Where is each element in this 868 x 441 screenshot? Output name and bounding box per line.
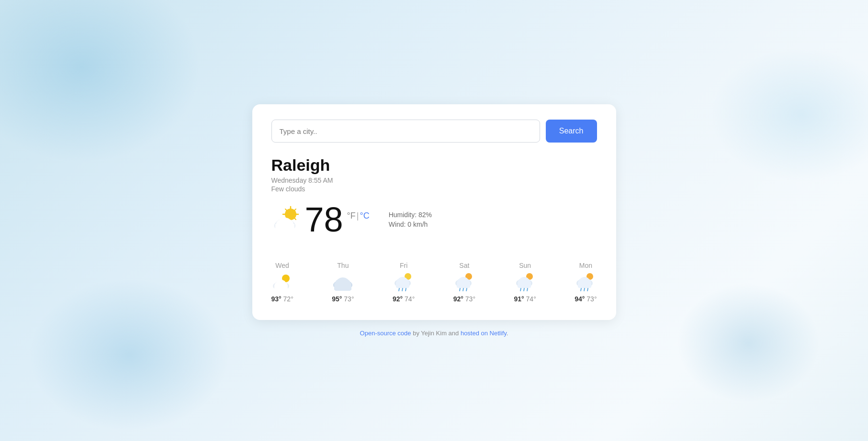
current-weather: 78 °F|°C Humidity: 82% Wind: 0 km/h — [271, 202, 597, 237]
forecast-temps-2: 92° 74° — [393, 295, 415, 303]
current-weather-icon — [271, 205, 305, 234]
svg-line-82 — [587, 288, 588, 291]
forecast-icon-1 — [332, 273, 353, 291]
svg-line-56 — [460, 288, 460, 291]
svg-line-5 — [285, 209, 287, 210]
forecast-temps-1: 95° 73° — [332, 295, 354, 303]
forecast-low-5: 73° — [586, 295, 597, 303]
forecast-low-1: 73° — [344, 295, 354, 303]
svg-line-45 — [402, 288, 403, 291]
forecast-day-4: Sun 91° 74° — [514, 262, 536, 303]
forecast-day-0: Wed 93° 72° — [271, 262, 293, 303]
forecast-icon-3 — [454, 273, 475, 291]
footer-text-period: . — [507, 330, 508, 337]
footer-link-code[interactable]: Open-source code — [360, 330, 411, 337]
forecast-day-label-2: Fri — [400, 262, 407, 269]
svg-line-81 — [584, 288, 585, 291]
current-temperature: 78 — [305, 202, 343, 237]
svg-point-17 — [275, 230, 294, 233]
forecast-day-label-3: Sat — [459, 262, 469, 269]
forecast-high-2: 92° — [393, 295, 403, 303]
forecast-icon-0 — [272, 273, 293, 291]
forecast-temps-5: 94° 73° — [575, 295, 597, 303]
unit-celsius[interactable]: °C — [360, 211, 369, 220]
forecast-temps-0: 93° 72° — [271, 295, 293, 303]
forecast-icon-2 — [393, 273, 414, 291]
temperature-units: °F|°C — [347, 211, 370, 221]
forecast-day-label-4: Sun — [519, 262, 531, 269]
footer-link-netlify[interactable]: hosted on Netlify — [461, 330, 507, 337]
forecast-day-label-1: Thu — [337, 262, 349, 269]
humidity-text: Humidity: 82% — [389, 211, 432, 219]
forecast-grid: Wed 93° 72° Thu — [271, 254, 597, 303]
svg-line-68 — [520, 288, 521, 291]
svg-line-8 — [294, 209, 296, 210]
forecast-temps-4: 91° 74° — [514, 295, 536, 303]
unit-separator: | — [357, 211, 359, 220]
forecast-day-1: Thu 95° 73° — [332, 262, 354, 303]
svg-line-46 — [406, 288, 406, 291]
search-button[interactable]: Search — [546, 120, 597, 143]
forecast-high-1: 95° — [332, 295, 342, 303]
search-row: Search — [271, 120, 597, 143]
city-datetime: Wednesday 8:55 AM — [271, 176, 597, 184]
forecast-day-2: Fri 92° 74 — [393, 262, 415, 303]
forecast-high-0: 93° — [271, 295, 282, 303]
forecast-icon-5 — [575, 273, 596, 291]
unit-fahrenheit[interactable]: °F — [347, 211, 356, 220]
forecast-high-3: 92° — [453, 295, 463, 303]
city-name: Raleigh — [271, 156, 597, 175]
svg-line-58 — [466, 288, 467, 291]
svg-line-70 — [527, 288, 528, 291]
svg-line-80 — [581, 288, 581, 291]
svg-line-57 — [463, 288, 463, 291]
forecast-icon-4 — [515, 273, 536, 291]
svg-line-69 — [524, 288, 524, 291]
forecast-day-label-5: Mon — [579, 262, 592, 269]
footer-text-by: by Yejin Kim and — [411, 330, 461, 337]
forecast-low-3: 73° — [465, 295, 475, 303]
forecast-high-4: 91° — [514, 295, 524, 303]
forecast-low-2: 74° — [405, 295, 415, 303]
weather-details: Humidity: 82% Wind: 0 km/h — [389, 211, 432, 228]
footer: Open-source code by Yejin Kim and hosted… — [360, 330, 508, 337]
forecast-low-4: 74° — [526, 295, 536, 303]
city-search-input[interactable] — [271, 120, 540, 143]
forecast-day-3: Sat 92° 73° — [453, 262, 475, 303]
weather-card: Search Raleigh Wednesday 8:55 AM Few clo… — [252, 104, 616, 320]
forecast-temps-3: 92° 73° — [453, 295, 475, 303]
wind-text: Wind: 0 km/h — [389, 220, 432, 228]
svg-line-44 — [399, 288, 399, 291]
forecast-day-5: Mon 94° 73° — [575, 262, 597, 303]
city-condition: Few clouds — [271, 185, 597, 193]
forecast-low-0: 72° — [283, 295, 293, 303]
forecast-high-5: 94° — [575, 295, 585, 303]
forecast-day-label-0: Wed — [275, 262, 289, 269]
svg-line-6 — [294, 218, 296, 220]
